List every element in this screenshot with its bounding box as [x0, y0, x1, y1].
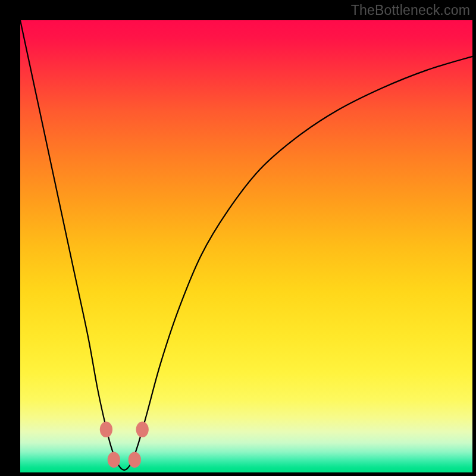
bottleneck-curve: [20, 20, 472, 470]
curve-marker: [108, 452, 120, 468]
curve-marker: [136, 422, 149, 438]
chart-frame: TheBottleneck.com: [0, 0, 476, 476]
curve-marker: [129, 452, 141, 468]
curve-marker: [100, 422, 112, 438]
curve-markers: [100, 422, 149, 468]
bottleneck-curve-svg: [20, 20, 472, 472]
watermark-text: TheBottleneck.com: [351, 2, 470, 18]
plot-area: [20, 20, 472, 472]
